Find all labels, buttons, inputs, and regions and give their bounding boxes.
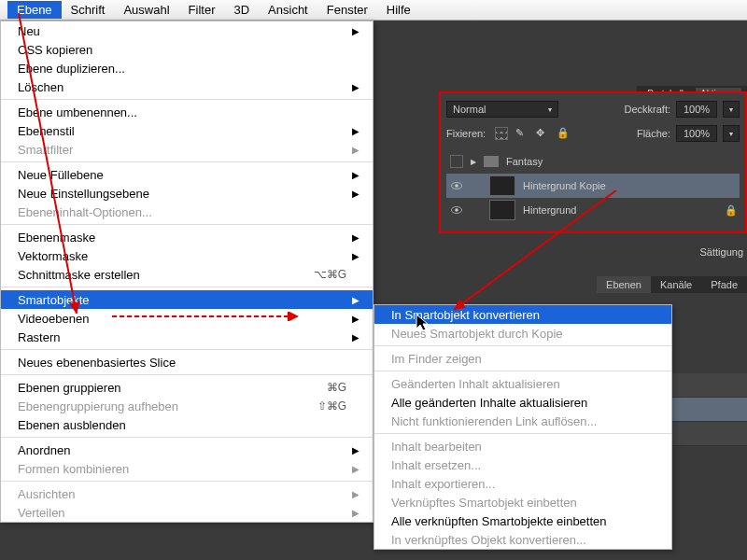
layer-thumb <box>489 200 515 220</box>
fill-label: Fläche: <box>637 128 670 139</box>
menu-item: Ebenengruppierung aufheben⇧⌘G <box>1 397 373 415</box>
svg-point-3 <box>455 208 458 212</box>
opacity-value[interactable]: 100% <box>676 101 717 118</box>
svg-point-1 <box>455 184 458 188</box>
lock-icon: 🔒 <box>725 204 736 217</box>
lock-brush-icon[interactable]: ✎ <box>515 127 529 140</box>
submenu-arrow-icon: ▶ <box>352 82 359 92</box>
submenu-item: Neues Smartobjekt durch Kopie <box>374 324 671 343</box>
fill-dropdown[interactable]: ▾ <box>723 125 740 142</box>
lock-transparent-icon[interactable] <box>495 127 508 140</box>
submenu-smartobjekte: In Smartobjekt konvertierenNeues Smartob… <box>374 304 672 550</box>
menu-filter[interactable]: Filter <box>179 1 225 19</box>
menu-item[interactable]: Rastern▶ <box>1 328 373 346</box>
visibility-icon[interactable] <box>450 203 463 217</box>
submenu-arrow-icon: ▶ <box>352 489 359 499</box>
menu-item: Verteilen▶ <box>1 503 373 522</box>
submenu-item: In verknüpftes Objekt konvertieren... <box>374 530 671 549</box>
menu-item[interactable]: Ebenenstil▶ <box>1 121 373 140</box>
menu-hilfe[interactable]: Hilfe <box>377 1 420 19</box>
submenu-arrow-icon: ▶ <box>352 508 359 518</box>
layer-group-row[interactable]: ▶ Fantasy <box>446 149 740 174</box>
submenu-arrow-icon: ▶ <box>352 251 359 261</box>
menu-item[interactable]: Neue Füllebene▶ <box>1 165 373 184</box>
tab-pfade[interactable]: Pfade <box>701 276 747 293</box>
submenu-item: Verknüpftes Smartobjekt einbetten <box>374 493 671 511</box>
submenu-item: Im Finder zeigen <box>374 349 671 368</box>
lock-move-icon[interactable]: ✥ <box>536 127 549 140</box>
submenu-arrow-icon: ▶ <box>352 295 359 305</box>
menu-item: Smartfilter▶ <box>1 140 373 159</box>
tab-kanaele[interactable]: Kanäle <box>651 276 701 293</box>
menu-item[interactable]: Ebenenmaske▶ <box>1 228 373 246</box>
menu-3d[interactable]: 3D <box>224 1 259 19</box>
menu-item[interactable]: Ebene umbenennen... <box>1 103 373 121</box>
tab-ebenen[interactable]: Ebenen <box>597 276 651 293</box>
menu-ansicht[interactable]: Ansicht <box>259 1 317 19</box>
menu-auswahl[interactable]: Auswahl <box>114 1 178 19</box>
opacity-label: Deckkraft: <box>624 104 670 115</box>
opacity-dropdown[interactable]: ▾ <box>723 101 740 118</box>
menu-schrift[interactable]: Schrift <box>62 1 115 19</box>
menu-item[interactable]: Neue Einstellungsebene▶ <box>1 184 373 203</box>
submenu-item: Geänderten Inhalt aktualisieren <box>374 374 671 393</box>
submenu-item: Inhalt bearbeiten <box>374 437 671 455</box>
fill-value[interactable]: 100% <box>676 125 717 142</box>
menu-item[interactable]: Ebene duplizieren... <box>1 59 373 77</box>
saturation-label: Sättigung <box>700 246 743 258</box>
menu-item[interactable]: Ebenen ausblenden <box>1 415 373 434</box>
lock-all-icon[interactable]: 🔒 <box>557 127 570 140</box>
submenu-arrow-icon: ▶ <box>352 314 359 324</box>
menu-item[interactable]: Vektormaske▶ <box>1 246 373 265</box>
layer-name: Hintergrund Kopie <box>523 180 606 191</box>
menu-item: Ausrichten▶ <box>1 484 373 503</box>
checkbox[interactable] <box>450 155 463 168</box>
submenu-item: Inhalt exportieren... <box>374 474 671 493</box>
submenu-item[interactable]: Alle verknüpften Smartobjekte einbetten <box>374 511 671 530</box>
menubar: Ebene Schrift Auswahl Filter 3D Ansicht … <box>0 0 747 21</box>
submenu-arrow-icon: ▶ <box>352 189 359 199</box>
menu-item[interactable]: Ebenen gruppieren⌘G <box>1 378 373 397</box>
submenu-arrow-icon: ▶ <box>352 26 359 36</box>
menu-item[interactable]: Smartobjekte▶ <box>1 290 373 309</box>
blend-mode-select[interactable]: Normal▾ <box>446 101 558 118</box>
menu-item[interactable]: CSS kopieren <box>1 40 373 59</box>
menu-item[interactable]: Videoebenen▶ <box>1 309 373 328</box>
tabs-ebenen: Ebenen Kanäle Pfade <box>597 276 747 293</box>
submenu-arrow-icon: ▶ <box>352 332 359 343</box>
visibility-icon[interactable] <box>450 179 463 192</box>
submenu-arrow-icon: ▶ <box>352 170 359 180</box>
submenu-arrow-icon: ▶ <box>352 145 359 155</box>
dropdown-ebene: Neu▶CSS kopierenEbene duplizieren...Lösc… <box>0 21 374 523</box>
menu-item[interactable]: Löschen▶ <box>1 77 373 96</box>
menu-fenster[interactable]: Fenster <box>317 1 377 19</box>
menu-item[interactable]: Anordnen▶ <box>1 441 373 459</box>
submenu-item: Nicht funktionierenden Link auflösen... <box>374 412 671 430</box>
lock-label: Fixieren: <box>446 128 486 139</box>
disclosure-icon[interactable]: ▶ <box>471 158 476 166</box>
layer-row-selected[interactable]: Hintergrund Kopie <box>446 174 740 198</box>
layer-row[interactable]: Hintergrund 🔒 <box>446 198 740 222</box>
folder-icon <box>484 156 499 167</box>
submenu-item[interactable]: In Smartobjekt konvertieren <box>374 305 671 324</box>
menu-ebene[interactable]: Ebene <box>7 1 62 19</box>
menu-item[interactable]: Schnittmaske erstellen⌥⌘G <box>1 265 373 284</box>
menu-item: Formen kombinieren▶ <box>1 459 373 478</box>
submenu-item[interactable]: Alle geänderten Inhalte aktualisieren <box>374 393 671 412</box>
menu-item[interactable]: Neu▶ <box>1 21 373 40</box>
layers-panel: Normal▾ Deckkraft: 100% ▾ Fixieren: ✎ ✥ … <box>439 91 747 233</box>
submenu-item: Inhalt ersetzen... <box>374 455 671 474</box>
menu-item[interactable]: Neues ebenenbasiertes Slice <box>1 353 373 371</box>
submenu-arrow-icon: ▶ <box>352 445 359 455</box>
submenu-arrow-icon: ▶ <box>352 464 359 474</box>
group-name: Fantasy <box>506 156 543 167</box>
submenu-arrow-icon: ▶ <box>352 232 359 243</box>
layer-name: Hintergrund <box>523 204 576 216</box>
menu-item: Ebeneninhalt-Optionen... <box>1 203 373 221</box>
layer-thumb <box>489 175 515 196</box>
submenu-arrow-icon: ▶ <box>352 126 359 136</box>
